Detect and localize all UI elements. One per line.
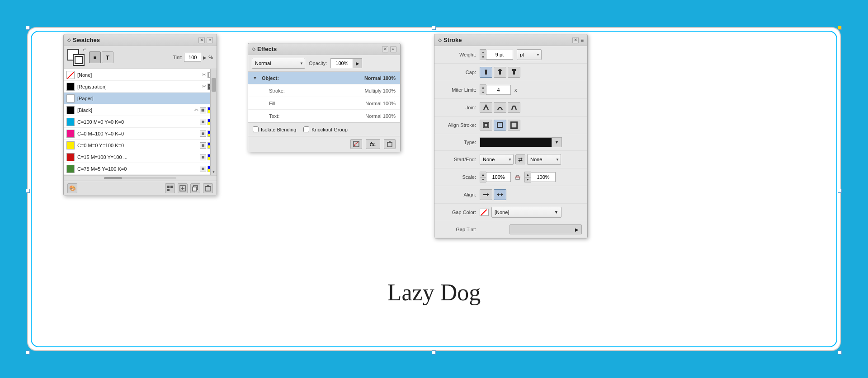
effect-object-toggle[interactable]: ▼ [253, 75, 258, 81]
join-miter-btn[interactable] [480, 102, 492, 113]
gap-tint-btn[interactable]: ▶ [509, 224, 582, 234]
stroke-panel: ◇ Stroke ✕ ≡ Weight: ▲ ▼ pt px mm Cap: [434, 34, 588, 238]
swatch-registration-row[interactable]: [Registration] ✂ ✛ [64, 81, 217, 93]
stroke-menu-btn[interactable]: ≡ [580, 37, 584, 43]
swatches-collapse-btn[interactable]: « [207, 37, 213, 43]
handle-tr[interactable] [838, 26, 842, 30]
delete-effect-btn[interactable] [384, 139, 396, 149]
effects-panel: ◇ Effects ✕ « Normal Multiply Screen Opa… [248, 43, 401, 152]
handle-bl[interactable] [26, 350, 30, 355]
swap-arrows-btn[interactable]: ⇄ [515, 154, 525, 164]
opacity-input[interactable] [330, 58, 353, 68]
swap-arrows-icon[interactable]: ⇄ [83, 47, 86, 51]
handle-bm[interactable] [432, 350, 436, 355]
swatch-green-row[interactable]: C=75 M=5 Y=100 K=0 ▦ [64, 163, 217, 175]
stroke-close-btn[interactable]: ✕ [572, 37, 579, 43]
join-round-btn[interactable] [494, 102, 506, 113]
swatch-paper-row[interactable]: [Paper] [64, 93, 217, 104]
swatch-red-row[interactable]: C=15 M=100 Y=100 ... ▦ [64, 151, 217, 163]
swatch-none-row[interactable]: [None] ✂ [64, 69, 217, 81]
swatches-panel-header[interactable]: ◇ Swatches ✕ « [64, 34, 217, 46]
handle-tm[interactable] [432, 26, 436, 30]
align2-left-btn[interactable] [480, 189, 492, 200]
align-center-btn[interactable] [494, 120, 506, 131]
handle-ml[interactable] [26, 189, 30, 193]
weight-up-arrow[interactable]: ▲ [480, 50, 486, 55]
miter-down-arrow[interactable]: ▼ [480, 90, 486, 95]
weight-unit-select[interactable]: pt px mm [517, 49, 542, 60]
handle-br[interactable] [838, 350, 842, 355]
cap-projecting-btn[interactable] [508, 67, 520, 78]
swatches-close-btn[interactable]: ✕ [198, 37, 205, 43]
cap-round-btn[interactable] [494, 67, 506, 78]
duplicate-swatch-btn[interactable] [190, 183, 200, 193]
end-select[interactable]: None Arrow [527, 154, 561, 165]
effects-close-btn[interactable]: ✕ [382, 46, 388, 52]
scale-start-down[interactable]: ▼ [480, 177, 486, 182]
opacity-arrow-btn[interactable]: ▶ [353, 58, 362, 68]
knockout-group-checkbox[interactable] [303, 126, 309, 132]
scale-start-input[interactable] [486, 172, 511, 182]
effect-fill-row[interactable]: Fill: Normal 100% [248, 97, 400, 110]
isolate-blending-checkbox[interactable] [253, 126, 259, 132]
blend-mode-select[interactable]: Normal Multiply Screen [252, 58, 305, 69]
isolate-blending-item[interactable]: Isolate Blending [253, 126, 296, 132]
swatch-yellow-color [66, 141, 75, 149]
miter-spinner-arrows[interactable]: ▲ ▼ [480, 84, 486, 95]
new-color-group-btn[interactable] [165, 183, 175, 193]
add-fx-btn[interactable]: fx. [366, 139, 380, 149]
stroke-panel-header[interactable]: ◇ Stroke ✕ ≡ [434, 34, 587, 46]
fill-stroke-indicator[interactable]: ⇄ [67, 49, 85, 66]
swatch-magenta-row[interactable]: C=0 M=100 Y=0 K=0 ▦ [64, 128, 217, 140]
align-outside-btn[interactable] [508, 120, 520, 131]
svg-rect-29 [511, 122, 517, 128]
scale-end-input[interactable] [531, 172, 556, 182]
knockout-group-item[interactable]: Knockout Group [303, 126, 348, 132]
weight-down-arrow[interactable]: ▼ [480, 55, 486, 60]
scale-start-up[interactable]: ▲ [480, 172, 486, 177]
scale-lock-btn[interactable] [514, 173, 522, 181]
swatches-scroll-down[interactable]: ▼ [211, 168, 217, 175]
tint-arrow[interactable]: ▶ [203, 55, 207, 60]
scale-end-up[interactable]: ▲ [525, 172, 531, 177]
swatch-black-scissors-icon: ✂ [194, 107, 198, 113]
cap-butt-btn[interactable] [480, 67, 492, 78]
scale-start-arrows[interactable]: ▲ ▼ [480, 172, 486, 182]
effects-panel-header[interactable]: ◇ Effects ✕ « [248, 43, 400, 55]
join-bevel-icon [510, 104, 518, 111]
gap-color-dropdown[interactable]: [None] ▼ [491, 207, 561, 218]
swatch-red-color [66, 153, 75, 161]
swatch-yellow-row[interactable]: C=0 M=0 Y=100 K=0 ▦ [64, 140, 217, 151]
swatches-scrollbar[interactable]: ▼ [210, 69, 217, 175]
edit-effect-btn[interactable] [350, 139, 362, 149]
scale-end-arrows[interactable]: ▲ ▼ [524, 172, 531, 182]
weight-spinner-arrows[interactable]: ▲ ▼ [480, 49, 486, 60]
cap-buttons [480, 67, 520, 78]
miter-limit-input[interactable] [486, 85, 511, 95]
handle-mr[interactable] [838, 189, 842, 193]
miter-up-arrow[interactable]: ▲ [480, 85, 486, 90]
start-end-group: None Arrow ⇄ None Arrow [480, 154, 561, 165]
show-swatch-kinds-btn[interactable]: 🎨 [67, 183, 77, 193]
swatch-black-row[interactable]: [Black] ✂ ▦ [64, 104, 217, 116]
align2-center-btn[interactable] [494, 189, 506, 200]
stroke-type-dropdown-btn[interactable]: ▼ [552, 137, 562, 147]
stroke-start-end-row: Start/End: None Arrow ⇄ None Arrow [434, 151, 587, 168]
swatch-cyan-row[interactable]: C=100 M=0 Y=0 K=0 ▦ [64, 116, 217, 128]
effect-stroke-row[interactable]: Stroke: Multiply 100% [248, 84, 400, 97]
scale-end-down[interactable]: ▼ [525, 177, 531, 182]
delete-swatch-btn[interactable] [203, 183, 213, 193]
stroke-weight-input[interactable] [486, 50, 513, 60]
effect-object-row[interactable]: ▼ Object: Normal 100% [248, 72, 400, 84]
effect-text-row[interactable]: Text: Normal 100% [248, 110, 400, 122]
swatches-diamond-icon: ◇ [67, 37, 71, 42]
align-inside-btn[interactable] [480, 120, 492, 131]
handle-tl[interactable] [26, 26, 30, 30]
new-swatch-btn[interactable] [178, 183, 188, 193]
swatch-color-icon-btn[interactable]: ■ [89, 51, 101, 63]
swatch-text-icon-btn[interactable]: T [102, 51, 113, 63]
join-bevel-btn[interactable] [508, 102, 520, 113]
tint-input[interactable] [184, 53, 201, 62]
effects-collapse-btn[interactable]: « [390, 46, 396, 52]
start-select[interactable]: None Arrow [480, 154, 514, 165]
